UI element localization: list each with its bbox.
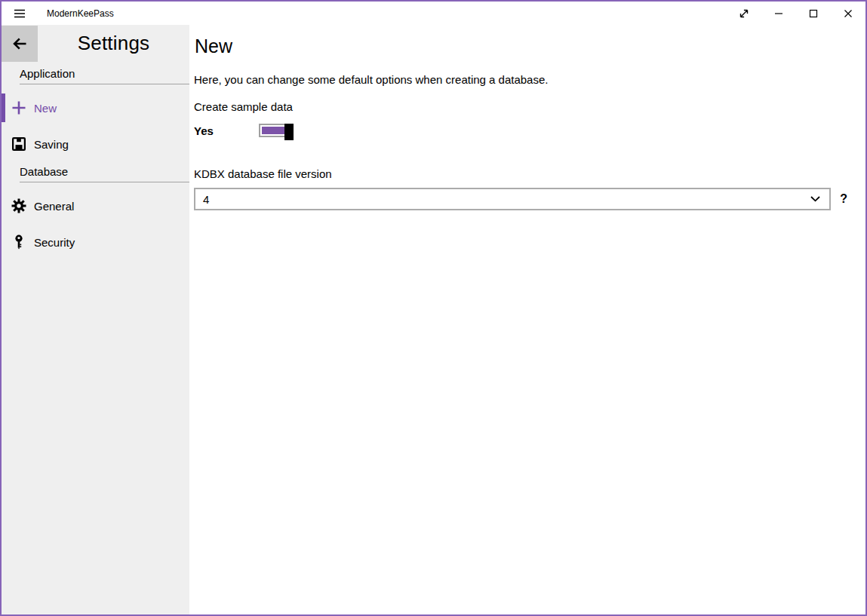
plus-icon (11, 100, 26, 115)
fullscreen-icon (738, 8, 750, 20)
kdbx-version-label: KDBX database file version (194, 167, 847, 182)
settings-page-new: New Here, you can change some default op… (189, 25, 865, 614)
sidebar-item-label: General (34, 200, 74, 213)
settings-heading: Settings (38, 32, 189, 55)
key-icon (11, 234, 26, 250)
page-description: Here, you can change some default option… (194, 72, 847, 87)
database-nav-group: General (2, 188, 189, 260)
maximize-button[interactable] (796, 2, 831, 25)
page-title: New (195, 34, 847, 58)
sidebar-header: Settings (2, 25, 189, 62)
sidebar-item-security[interactable]: Security (2, 224, 189, 260)
chevron-down-icon (810, 196, 820, 202)
settings-sidebar: Settings Application New (2, 25, 189, 614)
gear-icon (11, 198, 26, 213)
titlebar: ModernKeePass (2, 2, 865, 25)
toggle-state-label: Yes (194, 124, 259, 137)
save-icon (11, 136, 26, 152)
create-sample-data-toggle[interactable] (259, 124, 292, 137)
window-body: Settings Application New (2, 25, 865, 614)
combobox-selected-value: 4 (203, 193, 209, 206)
app-window: ModernKeePass (0, 0, 867, 616)
create-sample-data-label: Create sample data (194, 100, 847, 115)
close-button[interactable] (831, 2, 865, 25)
toggle-thumb[interactable] (284, 124, 294, 140)
application-nav-group: New Saving (2, 90, 189, 162)
close-icon (842, 8, 854, 20)
hamburger-menu-button[interactable] (2, 2, 38, 25)
sidebar-item-label: New (34, 102, 57, 115)
create-sample-data-row: Yes (194, 121, 847, 139)
window-title: ModernKeePass (47, 8, 114, 19)
section-label-database: Database (20, 165, 189, 182)
hamburger-icon (14, 8, 26, 20)
kdbx-version-row: 4 ? (194, 188, 847, 210)
sidebar-item-label: Security (34, 236, 75, 249)
kdbx-version-combobox[interactable]: 4 (194, 188, 831, 210)
minimize-button[interactable] (761, 2, 796, 25)
back-button[interactable] (2, 26, 38, 62)
window-controls (727, 2, 865, 25)
sidebar-item-general[interactable]: General (2, 188, 189, 224)
section-label-application: Application (20, 67, 189, 84)
sidebar-item-label: Saving (34, 138, 69, 151)
minimize-icon (773, 8, 785, 20)
sidebar-item-saving[interactable]: Saving (2, 126, 189, 162)
fullscreen-button[interactable] (727, 2, 761, 25)
sidebar-item-new[interactable]: New (2, 90, 189, 126)
help-question-mark[interactable]: ? (840, 192, 847, 206)
back-arrow-icon (11, 35, 28, 52)
maximize-icon (807, 8, 819, 20)
